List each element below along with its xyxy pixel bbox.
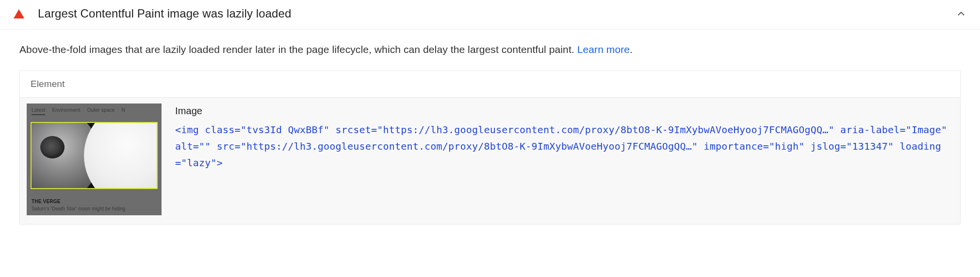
element-thumbnail: Latest Environment Outer space N THE VER…	[27, 104, 162, 215]
audit-item: Largest Contentful Paint image was lazil…	[0, 0, 980, 230]
element-table: Element Latest Environment Outer space N	[19, 70, 961, 225]
thumbnail-footer: THE VERGE Saturn's 'Death Star' moon mig…	[32, 199, 157, 211]
audit-description-text: Above-the-fold images that are lazily lo…	[19, 44, 577, 55]
thumbnail-tab: N	[121, 107, 125, 115]
thumbnail-tab: Latest	[32, 107, 45, 115]
element-table-header: Element	[20, 71, 960, 98]
learn-more-link[interactable]: Learn more	[577, 44, 630, 55]
element-code-snippet: <img class="tvs3Id QwxBBf" srcset="https…	[175, 121, 949, 171]
table-row: Latest Environment Outer space N THE VER…	[20, 98, 960, 224]
element-detail: Image <img class="tvs3Id QwxBBf" srcset=…	[175, 104, 949, 171]
audit-title: Largest Contentful Paint image was lazil…	[38, 7, 956, 20]
chevron-up-icon[interactable]	[956, 8, 966, 19]
audit-description: Above-the-fold images that are lazily lo…	[19, 42, 961, 57]
audit-header-row[interactable]: Largest Contentful Paint image was lazil…	[0, 0, 980, 30]
audit-description-suffix: .	[630, 44, 633, 55]
thumbnail-caption: Saturn's 'Death Star' moon might be hidi…	[32, 206, 157, 211]
thumbnail-tabs: Latest Environment Outer space N	[32, 107, 157, 115]
warning-triangle-icon	[14, 9, 24, 18]
thumbnail-highlight	[31, 122, 158, 189]
thumbnail-tab: Environment	[52, 107, 80, 115]
thumbnail-tab: Outer space	[87, 107, 115, 115]
element-label: Image	[175, 105, 949, 117]
thumbnail-brand: THE VERGE	[32, 199, 157, 204]
audit-body: Above-the-fold images that are lazily lo…	[0, 30, 980, 230]
thumbnail-moon-right	[84, 122, 158, 189]
thumbnail-crater	[40, 136, 65, 158]
